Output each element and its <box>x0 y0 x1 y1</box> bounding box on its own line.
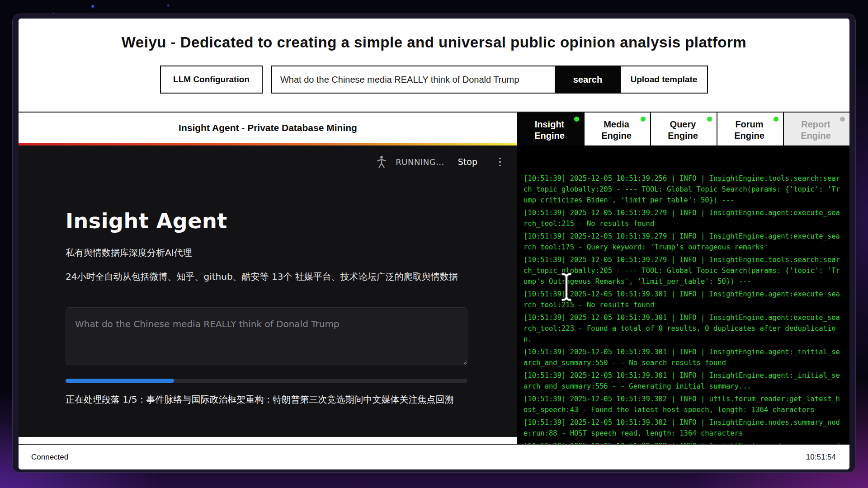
gradient-divider <box>19 143 517 145</box>
tab-status-dot <box>574 117 579 122</box>
stop-button[interactable]: Stop <box>458 157 477 167</box>
tab-media-engine[interactable]: Media Engine <box>584 113 650 145</box>
log-line: [10:51:39] 2025-12-05 10:51:39.301 | INF… <box>524 312 844 345</box>
tab-forum-engine[interactable]: Forum Engine <box>717 113 783 145</box>
log-line: [10:51:39] 2025-12-05 10:51:39.301 | INF… <box>524 370 844 392</box>
section-title: Insight Agent - Private Database Mining <box>19 122 517 133</box>
top-header: Weiyu - Dedicated to creating a simple a… <box>19 19 849 113</box>
agent-heading: Insight Agent <box>66 209 467 233</box>
app-window: Weiyu - Dedicated to creating a simple a… <box>12 14 856 473</box>
progress-status-text: 正在处理段落 1/5：事件脉络与国际政治框架重构：特朗普第三次竞选期间中文媒体关… <box>66 394 467 406</box>
log-line: [10:51:39] 2025-12-05 10:51:39.302 | INF… <box>524 394 844 415</box>
insight-agent-panel: RUNNING... Stop ⋮ Insight Agent 私有舆情数据库深… <box>19 145 517 437</box>
left-bottom-gap <box>19 437 517 444</box>
left-column: RUNNING... Stop ⋮ Insight Agent 私有舆情数据库深… <box>19 145 517 444</box>
app-content: Weiyu - Dedicated to creating a simple a… <box>19 19 849 469</box>
log-panel[interactable]: [10:51:39] 2025-12-05 10:51:39.256 | INF… <box>517 145 849 444</box>
log-line: [10:51:39] 2025-12-05 10:51:39.302 | INF… <box>524 417 844 439</box>
log-line: [10:51:39] 2025-12-05 10:51:39.301 | INF… <box>524 347 844 368</box>
status-bar: Connected 10:51:54 <box>19 444 849 469</box>
connection-status: Connected <box>31 453 68 462</box>
search-button[interactable]: search <box>555 66 621 94</box>
section-header: Insight Agent - Private Database Mining <box>19 113 517 145</box>
person-icon <box>377 155 387 168</box>
content-row: RUNNING... Stop ⋮ Insight Agent 私有舆情数据库深… <box>19 145 849 444</box>
agent-description: 24小时全自动从包括微博、知乎、github、酷安等 13个 社媒平台、技术论坛… <box>66 271 467 283</box>
tab-label: Insight Engine <box>522 119 577 141</box>
engine-tabs: Insight Engine Media Engine Query Engine… <box>517 113 849 145</box>
query-textarea[interactable] <box>66 307 467 365</box>
tab-status-dot <box>774 117 778 122</box>
toolbar: LLM Configuration search Upload template <box>19 66 849 94</box>
kebab-menu-icon[interactable]: ⋮ <box>495 156 505 167</box>
llm-configuration-button[interactable]: LLM Configuration <box>160 66 263 94</box>
page-title: Weiyu - Dedicated to creating a simple a… <box>19 34 849 51</box>
tab-query-engine[interactable]: Query Engine <box>650 113 717 145</box>
tab-insight-engine[interactable]: Insight Engine <box>517 113 584 145</box>
log-line: [10:51:39] 2025-12-05 10:51:39.279 | INF… <box>524 207 844 229</box>
agent-subtitle: 私有舆情数据库深度分析AI代理 <box>66 247 467 259</box>
running-status-label: RUNNING... <box>396 157 444 167</box>
progress-bar <box>66 379 467 383</box>
clock-time: 10:51:54 <box>806 453 836 462</box>
ibeam-cursor-icon <box>559 272 574 302</box>
tab-status-dot <box>641 117 646 122</box>
tab-status-dot <box>707 117 712 122</box>
progress-fill <box>66 379 174 383</box>
log-line: [10:51:39] 2025-12-05 10:51:39.302 | INF… <box>524 441 844 444</box>
run-bar: RUNNING... Stop ⋮ <box>66 145 505 169</box>
search-input[interactable] <box>271 66 555 94</box>
tab-label: Forum Engine <box>722 119 777 141</box>
log-lines: [10:51:39] 2025-12-05 10:51:39.256 | INF… <box>524 173 844 444</box>
mid-row: Insight Agent - Private Database Mining … <box>19 113 849 145</box>
upload-template-button[interactable]: Upload template <box>621 66 708 94</box>
log-line: [10:51:39] 2025-12-05 10:51:39.279 | INF… <box>524 231 844 253</box>
tab-report-engine[interactable]: Report Engine <box>783 113 849 145</box>
tab-label: Query Engine <box>656 119 710 141</box>
log-line: [10:51:39] 2025-12-05 10:51:39.256 | INF… <box>524 173 844 206</box>
tab-label: Report Engine <box>788 119 843 141</box>
tab-status-dot <box>840 117 845 122</box>
tab-label: Media Engine <box>589 119 644 141</box>
